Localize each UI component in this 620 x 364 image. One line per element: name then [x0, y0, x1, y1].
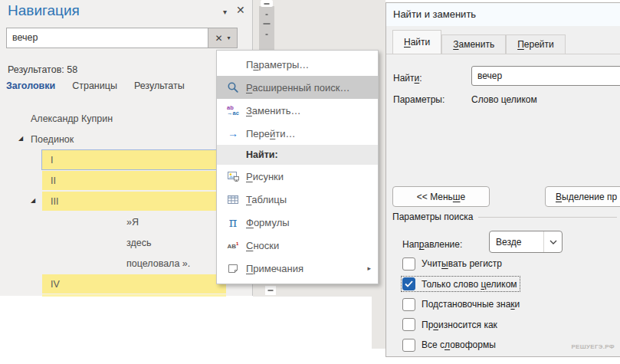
checkbox-label[interactable]: Учитывать регистр — [422, 258, 502, 269]
vertical-ruler — [259, 6, 274, 50]
table-icon — [223, 194, 243, 205]
picture-icon — [223, 170, 243, 182]
checkbox-row: Только слово целиком — [402, 276, 522, 293]
results-count: Результатов: 58 — [8, 64, 77, 75]
nav-tab[interactable]: Заголовки — [6, 80, 55, 91]
goto-icon: → — [223, 127, 243, 139]
checkbox-checked[interactable] — [402, 277, 415, 290]
menu-item[interactable]: Рисунки — [217, 165, 378, 188]
list-item[interactable]: Александр Куприн — [0, 109, 252, 130]
search-options-checklist: Учитывать регистрТолько слово целикомПод… — [402, 255, 522, 357]
pane-options-chevron-icon[interactable]: ▾ — [223, 8, 227, 16]
pi-icon: π — [223, 215, 243, 230]
menu-item[interactable]: πФормулы — [217, 211, 378, 234]
replace-icon: ab→ac — [223, 105, 243, 116]
navigation-pane: Навигация ▾ ✕ вечер ✕ ▾ Результатов: 58 … — [0, 0, 253, 296]
menu-item-label: Таблицы — [246, 194, 287, 205]
tab-divider — [386, 54, 620, 54]
checkbox-row: Подстановочные знаки — [402, 296, 522, 313]
footnote-icon: AB1 — [223, 241, 243, 250]
search-clear-dropdown-button[interactable]: ✕ ▾ — [208, 28, 238, 48]
checkbox-unchecked[interactable] — [402, 318, 415, 331]
checkbox-unchecked[interactable] — [402, 298, 415, 311]
list-item[interactable]: здесь — [0, 233, 252, 254]
list-item[interactable]: I — [0, 150, 252, 171]
list-item[interactable]: »Я — [0, 212, 252, 233]
search-icon — [223, 81, 243, 93]
group-line — [478, 217, 617, 218]
menu-item-label: Параметры… — [246, 59, 309, 71]
nav-tabs: ЗаголовкиСтраницыРезультаты — [6, 80, 185, 91]
list-item[interactable]: поцеловала ». — [0, 254, 252, 274]
heading-label: »Я — [126, 217, 139, 228]
menu-header: Найти: — [217, 145, 378, 165]
nav-tab[interactable]: Результаты — [134, 80, 185, 91]
search-input[interactable]: вечер — [6, 28, 208, 48]
list-item[interactable]: ◢III — [0, 192, 252, 212]
heading-label: I — [51, 155, 53, 166]
less-button[interactable]: << Меньше — [392, 186, 490, 207]
pane-close-icon[interactable]: ✕ — [236, 4, 245, 16]
menu-item-label: Расширенный поиск… — [246, 82, 349, 93]
menu-item[interactable]: →Перейти… — [217, 122, 378, 145]
heading-label: II — [51, 175, 56, 186]
dialog-tab[interactable]: Найти — [392, 30, 441, 54]
heading-label: здесь — [126, 238, 151, 248]
menu-item[interactable]: Параметры… — [217, 53, 378, 76]
group-title: Параметры поиска — [392, 212, 473, 222]
menu-item[interactable]: Таблицы — [217, 188, 378, 211]
nav-tab[interactable]: Страницы — [72, 80, 117, 91]
checkbox-unchecked[interactable] — [402, 257, 415, 271]
search-options-menu: Параметры…Расширенный поиск…ab→acЗаменит… — [216, 50, 379, 284]
pane-title: Навигация — [8, 2, 80, 19]
menu-item-label: Формулы — [246, 217, 290, 228]
list-item[interactable]: II — [0, 171, 252, 192]
direction-select[interactable]: Везде — [489, 231, 563, 253]
dialog-title: Найти и заменить — [386, 3, 620, 26]
dialog-tab[interactable]: Заменить — [441, 34, 506, 54]
direction-label: Направление: — [402, 239, 462, 250]
highlighted-heading[interactable]: III — [42, 192, 226, 211]
checkbox-label[interactable]: Подстановочные знаки — [422, 299, 520, 310]
comment-icon — [223, 263, 243, 274]
combo-chevron-icon — [543, 231, 562, 252]
dialog-tab[interactable]: Перейти — [506, 34, 566, 54]
headings-list: Александр Куприн◢ПоединокIII◢III»Яздесьп… — [0, 109, 252, 295]
menu-item-label: Рисунки — [246, 171, 284, 182]
expand-triangle-icon[interactable]: ◢ — [31, 197, 35, 204]
params-label: Параметры: — [393, 94, 444, 105]
menu-item[interactable]: AB1Сноски — [217, 234, 378, 257]
scroll-thumb[interactable] — [261, 0, 273, 7]
find-what-input[interactable]: вечер — [471, 66, 620, 86]
highlighted-heading[interactable]: I — [42, 150, 226, 169]
partial-result-row — [42, 294, 226, 297]
menu-item[interactable]: ab→acЗаменить… — [217, 99, 378, 122]
heading-label: III — [51, 196, 58, 207]
highlighted-heading[interactable]: IV — [42, 274, 226, 293]
clear-icon: ✕ — [215, 33, 222, 44]
params-value: Слово целиком — [471, 94, 537, 105]
word-window: Навигация ▾ ✕ вечер ✕ ▾ Результатов: 58 … — [0, 0, 620, 364]
menu-item[interactable]: Расширенный поиск… — [217, 76, 378, 99]
highlighted-heading[interactable]: II — [42, 171, 226, 190]
checkbox-label[interactable]: Произносится как — [422, 320, 497, 330]
checkbox-label[interactable]: Все словоформы — [422, 339, 496, 350]
menu-item-label: Перейти… — [246, 128, 296, 139]
checkbox-row: Все словоформы — [402, 336, 522, 353]
heading-label: Поединок — [31, 134, 74, 145]
dialog-tabs: НайтиЗаменитьПерейти — [392, 30, 566, 54]
checkbox-unchecked[interactable] — [402, 339, 415, 352]
checkbox-label[interactable]: Только слово целиком — [422, 279, 517, 290]
menu-item-label: Заменить… — [246, 105, 300, 116]
list-item[interactable]: ◢Поединок — [0, 130, 252, 150]
ruler-page-segment — [265, 286, 276, 295]
reading-highlight-button[interactable]: Выделение пр — [545, 186, 620, 207]
watermark: РЕШУЕГЭ.РФ — [571, 343, 615, 350]
heading-label: поцеловала ». — [126, 258, 190, 269]
submenu-arrow-icon: ▸ — [367, 264, 371, 272]
expand-triangle-icon[interactable]: ◢ — [18, 135, 23, 142]
chevron-down-icon: ▾ — [228, 34, 231, 41]
list-item[interactable]: IV — [0, 274, 252, 295]
direction-value: Везде — [490, 237, 543, 248]
menu-item[interactable]: Примечания▸ — [217, 257, 378, 280]
